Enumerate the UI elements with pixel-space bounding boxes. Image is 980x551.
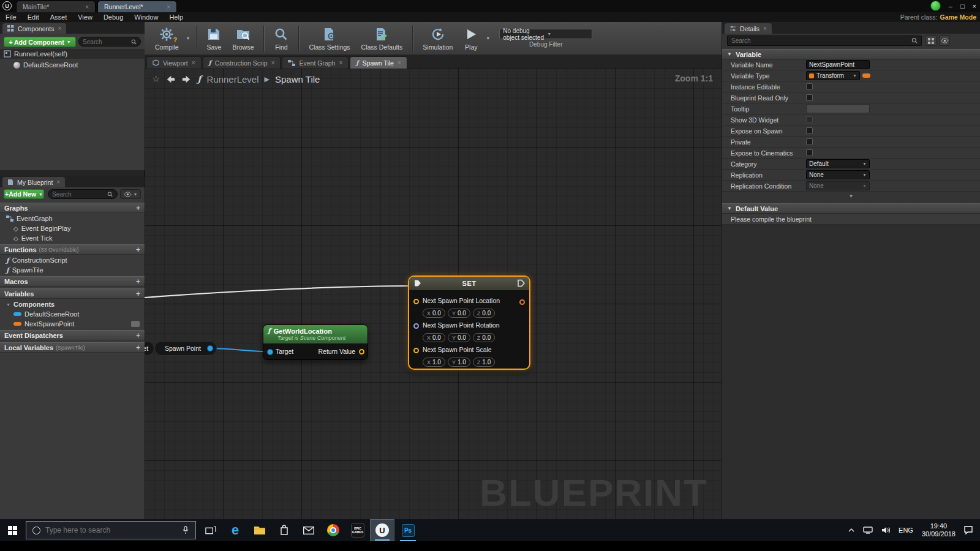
edge-button[interactable]: e: [223, 519, 247, 541]
target-pin[interactable]: [267, 349, 273, 355]
forward-arrow-icon[interactable]: [181, 74, 192, 84]
tab-event-graph[interactable]: Event Graph ×: [282, 56, 349, 69]
close-icon[interactable]: ×: [398, 59, 401, 66]
tray-expand-icon[interactable]: [848, 528, 854, 532]
tab-viewport[interactable]: Viewport ×: [146, 56, 202, 69]
back-arrow-icon[interactable]: [165, 74, 176, 84]
my-blueprint-search-input[interactable]: [52, 191, 105, 198]
show-3d-widget-checkbox[interactable]: [806, 116, 813, 123]
taskbar-clock[interactable]: 19:40 30/09/2018: [922, 522, 956, 538]
vector-y-field[interactable]: Y0.0: [448, 309, 470, 318]
components-search-input[interactable]: [83, 39, 129, 45]
vector-x-field[interactable]: X0.0: [423, 309, 445, 318]
task-view-button[interactable]: [198, 519, 223, 541]
browse-button[interactable]: Browse: [227, 23, 259, 54]
blueprint-read-only-checkbox[interactable]: [806, 94, 813, 101]
add-function-icon[interactable]: +: [136, 246, 140, 254]
list-item-nextspawnpoint-var[interactable]: NextSpawnPoint: [0, 319, 145, 329]
expose-on-spawn-checkbox[interactable]: [806, 127, 813, 134]
close-icon[interactable]: ×: [271, 59, 275, 66]
menu-asset[interactable]: Asset: [45, 13, 73, 21]
network-icon[interactable]: [863, 527, 873, 534]
component-row-runnerlevel[interactable]: RunnerLevel(self): [0, 49, 145, 59]
instance-editable-checkbox[interactable]: [806, 83, 813, 90]
play-options-caret-icon[interactable]: ▼: [484, 36, 492, 40]
return-value-pin[interactable]: [359, 349, 364, 354]
play-button[interactable]: Play: [458, 23, 484, 54]
replication-condition-dropdown[interactable]: None ▼: [806, 181, 870, 190]
tab-my-blueprint[interactable]: My Blueprint ×: [2, 177, 65, 187]
default-value-section-header[interactable]: ▼ Default Value: [722, 203, 980, 214]
taskbar-search-input[interactable]: [45, 526, 177, 534]
get-world-location-node[interactable]: ƒ GetWorldLocation Target is Scene Compo…: [263, 324, 368, 360]
doc-tab-maintile[interactable]: MainTile* ×: [16, 1, 96, 12]
category-dropdown[interactable]: Default ▼: [806, 159, 870, 168]
variables-components-group[interactable]: ▼ Components: [0, 299, 145, 309]
expand-advanced-icon[interactable]: ▼: [722, 193, 980, 199]
expose-to-cinematics-checkbox[interactable]: [806, 149, 813, 156]
details-search-input[interactable]: [731, 37, 909, 44]
variable-name-input[interactable]: [806, 60, 870, 69]
minimize-icon[interactable]: –: [949, 2, 952, 10]
save-button[interactable]: Save: [201, 23, 227, 54]
exec-out-pin[interactable]: [517, 279, 525, 287]
add-graph-icon[interactable]: +: [136, 204, 140, 212]
private-checkbox[interactable]: [806, 138, 813, 145]
compile-options-caret-icon[interactable]: ▼: [184, 36, 192, 40]
rotation-pin[interactable]: [413, 323, 419, 329]
microphone-icon[interactable]: [182, 526, 189, 534]
add-macro-icon[interactable]: +: [136, 277, 140, 286]
component-row-defaultsceneroot[interactable]: DefaultSceneRoot: [0, 60, 145, 70]
macros-header[interactable]: Macros +: [0, 276, 145, 287]
exec-in-pin[interactable]: [413, 279, 421, 287]
close-icon[interactable]: ×: [763, 25, 767, 32]
vector-y-field[interactable]: Y1.0: [448, 358, 470, 367]
vector-x-field[interactable]: X0.0: [423, 333, 445, 342]
unreal-editor-button[interactable]: U: [370, 519, 394, 541]
action-center-icon[interactable]: [964, 526, 973, 534]
spawn-point-output-pin[interactable]: [207, 345, 213, 351]
spawn-point-node[interactable]: Spawn Point: [154, 341, 217, 356]
local-variables-header[interactable]: Local Variables (SpawnTile) +: [0, 342, 145, 353]
transform-output-pin[interactable]: [519, 299, 525, 305]
set-node[interactable]: SET Next Spawn Point Location X0.0 Y0.0 …: [408, 276, 530, 370]
close-icon[interactable]: ×: [167, 4, 170, 10]
vector-z-field[interactable]: Z1.0: [473, 358, 495, 367]
tab-spawn-tile[interactable]: ƒ Spawn Tile ×: [350, 56, 407, 69]
details-search[interactable]: [727, 36, 922, 46]
list-item-defaultsceneroot-var[interactable]: DefaultSceneRoot: [0, 309, 145, 319]
visibility-filter-button[interactable]: ▼: [120, 189, 141, 199]
variable-visibility-icon[interactable]: [131, 321, 140, 327]
functions-header[interactable]: Functions (33 Overridable) +: [0, 244, 145, 255]
store-button[interactable]: [272, 519, 296, 541]
file-explorer-button[interactable]: [247, 519, 272, 541]
list-item-spawntile[interactable]: ƒ SpawnTile: [0, 265, 145, 275]
components-search[interactable]: [78, 37, 141, 47]
list-item-event-beginplay[interactable]: ◇ Event BeginPlay: [0, 223, 145, 233]
class-settings-button[interactable]: Class Settings: [303, 23, 355, 54]
close-icon[interactable]: ×: [58, 25, 62, 32]
close-icon[interactable]: ×: [85, 4, 89, 10]
simulation-button[interactable]: Simulation: [417, 23, 458, 54]
menu-edit[interactable]: Edit: [22, 13, 45, 21]
location-pin[interactable]: [413, 299, 419, 304]
variables-header[interactable]: Variables +: [0, 288, 145, 299]
chrome-button[interactable]: [321, 519, 345, 541]
tab-components[interactable]: Components ×: [2, 23, 66, 34]
replication-dropdown[interactable]: None ▼: [806, 170, 870, 179]
variable-section-header[interactable]: ▼ Variable: [722, 49, 980, 59]
tooltip-input[interactable]: [806, 104, 870, 113]
language-indicator[interactable]: ENG: [899, 527, 913, 534]
list-item-event-tick[interactable]: ◇ Event Tick: [0, 233, 145, 243]
menu-help[interactable]: Help: [164, 13, 189, 21]
add-new-button[interactable]: +Add New ▼: [4, 189, 44, 199]
class-defaults-button[interactable]: Class Defaults: [356, 23, 409, 54]
my-blueprint-search[interactable]: [48, 189, 118, 199]
breadcrumb-leaf[interactable]: Spawn Tile: [275, 74, 320, 84]
vector-z-field[interactable]: Z0.0: [473, 309, 495, 318]
list-item-constructionscript[interactable]: ƒ ConstructionScript: [0, 255, 145, 265]
debug-object-dropdown[interactable]: No debug object selected ▼: [499, 29, 592, 39]
compile-button[interactable]: ? Compile: [149, 23, 184, 54]
scale-pin[interactable]: [413, 348, 419, 353]
start-button[interactable]: [0, 519, 24, 541]
